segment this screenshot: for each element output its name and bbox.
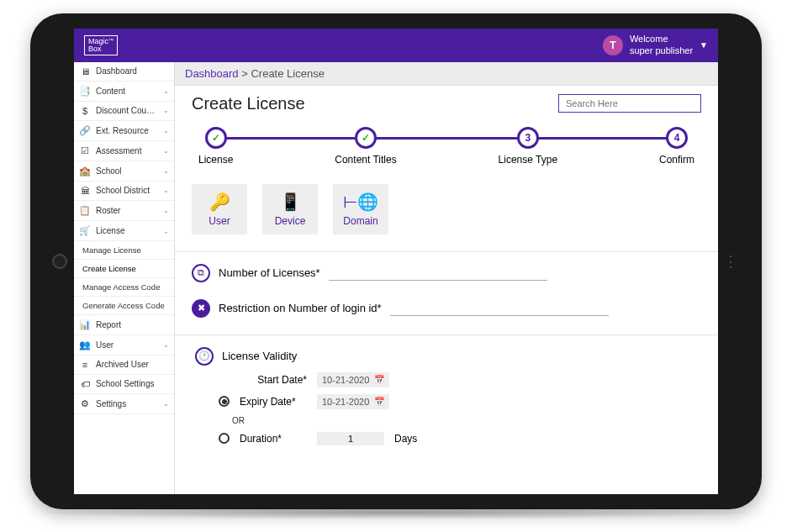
sidebar-item-content[interactable]: 📑Content⌄: [74, 82, 174, 102]
chevron-down-icon: ⌄: [163, 127, 169, 134]
chevron-down-icon: ⌄: [163, 107, 169, 114]
expiry-date-label: Expiry Date*: [240, 396, 307, 408]
divider: [175, 251, 718, 252]
user-name: super publisher: [630, 45, 693, 56]
gear-icon: ⚙: [79, 398, 91, 409]
cart-icon: 🛒: [79, 225, 91, 236]
chevron-down-icon: ▼: [700, 40, 708, 50]
globe-icon: ⊢🌐: [343, 192, 378, 212]
tag-icon: 🏷: [79, 379, 91, 389]
duration-input[interactable]: 1: [317, 432, 384, 445]
sidebar-item-report[interactable]: 📊Report: [74, 315, 174, 335]
district-icon: 🏛: [79, 186, 91, 196]
sidebar-item-discount[interactable]: $Discount Coupon⌄: [74, 102, 174, 121]
type-card-device[interactable]: 📱Device: [262, 184, 318, 234]
key-icon: 🔑: [209, 192, 230, 212]
users-icon: 👥: [79, 340, 91, 350]
chart-icon: 📊: [79, 319, 91, 330]
copy-icon: ⧉: [192, 264, 210, 282]
start-date-label: Start Date*: [240, 374, 307, 386]
step-number: 4: [666, 127, 688, 149]
check-icon: ✓: [355, 127, 377, 149]
device-icon: 📱: [280, 192, 301, 212]
brand-logo[interactable]: Magic™ Box: [84, 35, 118, 55]
step-line: [217, 137, 676, 140]
monitor-icon: 🖥: [79, 66, 91, 76]
calendar-icon: 📅: [374, 397, 384, 406]
row-start-date: Start Date* 10-21-2020📅: [219, 372, 701, 387]
chevron-down-icon: ⌄: [163, 341, 169, 349]
divider: [175, 334, 718, 335]
sidebar-item-school[interactable]: 🏫School⌄: [74, 161, 174, 182]
row-expiry-date: Expiry Date* 10-21-2020📅: [219, 394, 701, 409]
duration-label: Duration*: [240, 433, 307, 445]
row-restriction: ✖ Restriction on Number of login id*: [192, 299, 701, 318]
brand-tm: ™: [108, 38, 114, 43]
chevron-down-icon: ⌄: [163, 400, 169, 408]
welcome-text: Welcome: [630, 34, 693, 45]
chevron-down-icon: ⌄: [163, 147, 169, 155]
sidebar-sub-create-license[interactable]: Create License: [74, 260, 174, 278]
chevron-down-icon: ⌄: [163, 207, 169, 214]
sidebar-sub-manage-license[interactable]: Manage License: [74, 241, 174, 260]
type-card-domain[interactable]: ⊢🌐Domain: [333, 184, 388, 234]
file-icon: 📑: [79, 86, 91, 97]
sidebar-item-assessment[interactable]: ☑Assessment⌄: [74, 141, 174, 161]
sidebar-item-ext-resource[interactable]: 🔗Ext. Resource⌄: [74, 121, 174, 141]
link-icon: 🔗: [79, 125, 91, 136]
breadcrumb: Dashboard > Create License: [175, 62, 718, 86]
step-content-titles[interactable]: ✓Content Titles: [335, 127, 396, 166]
start-date-input[interactable]: 10-21-2020📅: [317, 372, 389, 387]
step-license[interactable]: ✓License: [198, 127, 233, 166]
top-bar: Magic™ Box T Welcome super publisher ▼: [74, 29, 718, 62]
sidebar-item-user[interactable]: 👥User⌄: [74, 335, 174, 356]
step-confirm[interactable]: 4Confirm: [659, 127, 694, 166]
sidebar-item-district[interactable]: 🏛School District⌄: [74, 182, 174, 201]
restriction-input[interactable]: [390, 300, 609, 316]
sidebar-item-school-settings[interactable]: 🏷School Settings: [74, 375, 174, 394]
type-card-user[interactable]: 🔑User: [192, 184, 247, 234]
sidebar-item-settings[interactable]: ⚙Settings⌄: [74, 394, 174, 414]
search-input[interactable]: [558, 94, 701, 113]
sidebar-item-license[interactable]: 🛒License⌃: [74, 221, 174, 241]
sidebar-item-archived[interactable]: ≡Archived User: [74, 356, 174, 375]
screen: Magic™ Box T Welcome super publisher ▼ 🖥…: [74, 29, 718, 494]
num-licenses-label: Number of Licenses*: [219, 266, 320, 279]
chevron-down-icon: ⌄: [163, 187, 169, 194]
dollar-icon: $: [79, 106, 91, 116]
check-icon: ✓: [205, 127, 227, 149]
breadcrumb-root[interactable]: Dashboard: [185, 67, 239, 80]
stepper: ✓License ✓Content Titles 3License Type 4…: [198, 127, 694, 166]
breadcrumb-current: Create License: [251, 67, 324, 80]
chevron-down-icon: ⌄: [163, 167, 169, 175]
school-icon: 🏫: [79, 166, 91, 176]
row-num-licenses: ⧉ Number of Licenses*: [192, 264, 701, 282]
clock-icon: 🕐: [195, 347, 214, 366]
sidebar: 🖥Dashboard 📑Content⌄ $Discount Coupon⌄ 🔗…: [74, 62, 175, 494]
chevron-down-icon: ⌄: [163, 87, 169, 95]
validity-label: License Validity: [222, 350, 297, 362]
step-license-type[interactable]: 3License Type: [499, 127, 558, 166]
sidebar-item-dashboard[interactable]: 🖥Dashboard: [74, 62, 174, 82]
step-number: 3: [517, 127, 539, 149]
lock-icon: ✖: [192, 299, 210, 318]
chevron-up-icon: ⌃: [163, 227, 169, 234]
sidebar-sub-manage-access[interactable]: Manage Access Code: [74, 278, 174, 297]
expiry-date-input[interactable]: 10-21-2020📅: [317, 394, 389, 409]
sidebar-sub-generate-access[interactable]: Generate Access Code: [74, 297, 174, 315]
sidebar-item-roster[interactable]: 📋Roster⌄: [74, 201, 174, 221]
list-icon: ≡: [79, 360, 91, 370]
brand-line2: Box: [88, 45, 102, 53]
duration-radio[interactable]: [219, 433, 230, 444]
page-title: Create License: [192, 94, 305, 113]
duration-unit: Days: [394, 433, 417, 445]
clipboard-icon: 📋: [79, 205, 91, 216]
breadcrumb-sep: >: [239, 67, 251, 80]
num-licenses-input[interactable]: [329, 265, 547, 281]
calendar-icon: 📅: [374, 375, 384, 384]
row-duration: Duration* 1 Days: [219, 432, 701, 445]
restriction-label: Restriction on Number of login id*: [219, 302, 382, 314]
user-menu[interactable]: T Welcome super publisher ▼: [603, 34, 708, 55]
check-icon: ☑: [79, 145, 91, 156]
expiry-radio[interactable]: [219, 396, 230, 407]
